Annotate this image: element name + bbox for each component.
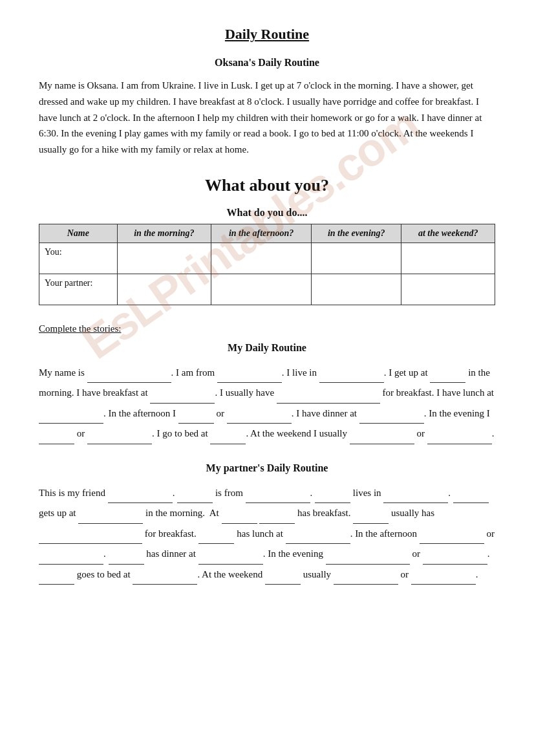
my-story-title: My Daily Routine <box>39 342 495 354</box>
blank-friend-dinner[interactable] <box>198 555 263 565</box>
blank-my-afternoon2[interactable] <box>227 414 292 424</box>
table-row: Your partner: <box>39 274 495 305</box>
row-partner-weekend[interactable] <box>401 274 495 305</box>
what-about-heading: What about you? <box>39 176 495 195</box>
blank-friend-lunch[interactable] <box>286 534 350 544</box>
blank-friend-getup[interactable] <box>78 514 143 524</box>
blank-friend-pronoun1[interactable] <box>177 493 213 503</box>
blank-friend-afternoon1[interactable] <box>420 534 484 544</box>
row-partner-afternoon[interactable] <box>211 274 312 305</box>
row-you-label: You: <box>39 243 118 274</box>
blank-my-evening1[interactable] <box>39 435 74 444</box>
blank-my-bed[interactable] <box>210 435 246 444</box>
blank-friend-pronoun8[interactable] <box>39 575 74 585</box>
blank-friend-weekend-pronoun[interactable] <box>265 575 301 585</box>
page-title: Daily Routine <box>39 26 495 43</box>
blank-my-weekend1[interactable] <box>350 435 414 444</box>
blank-my-have[interactable] <box>277 394 380 404</box>
my-story-text: My name is . I am from . I live in . I g… <box>39 363 495 444</box>
table-row: You: <box>39 243 495 274</box>
partner-story-title: My partner's Daily Routine <box>39 462 495 474</box>
blank-my-weekend2[interactable] <box>427 435 492 444</box>
reading-text: My name is Oksana. I am from Ukraine. I … <box>39 78 495 158</box>
blank-my-dinner[interactable] <box>359 414 424 424</box>
blank-friend-from[interactable] <box>246 493 310 503</box>
blank-friend-weekend1[interactable] <box>334 575 398 585</box>
routine-table: Name in the morning? in the afternoon? i… <box>39 224 495 305</box>
col-weekend: at the weekend? <box>401 224 495 243</box>
blank-friend-name[interactable] <box>108 493 173 503</box>
blank-friend-evening2[interactable] <box>423 555 487 565</box>
row-you-afternoon[interactable] <box>211 243 312 274</box>
blank-my-afternoon1[interactable] <box>178 414 214 424</box>
row-partner-morning[interactable] <box>117 274 211 305</box>
row-partner-evening[interactable] <box>312 274 401 305</box>
blank-my-evening2[interactable] <box>87 435 152 444</box>
table-heading: What do you do.... <box>39 207 495 219</box>
blank-my-lunch[interactable] <box>39 414 103 424</box>
blank-friend-usually[interactable] <box>39 534 142 544</box>
oksana-subtitle: Oksana's Daily Routine <box>39 57 495 69</box>
blank-my-live[interactable] <box>319 373 384 383</box>
blank-friend-pronoun6[interactable] <box>198 534 234 544</box>
blank-my-name[interactable] <box>87 373 171 383</box>
row-you-evening[interactable] <box>312 243 401 274</box>
blank-friend-pronoun3[interactable] <box>453 493 489 503</box>
blank-friend-weekend2[interactable] <box>411 575 476 585</box>
blank-friend-bed[interactable] <box>133 575 197 585</box>
blank-my-breakfast[interactable] <box>150 394 215 404</box>
blank-my-from[interactable] <box>217 373 282 383</box>
blank-friend-pronoun7[interactable] <box>109 555 144 565</box>
blank-friend-lives[interactable] <box>383 493 448 503</box>
col-evening: in the evening? <box>312 224 401 243</box>
blank-friend-afternoon2[interactable] <box>39 555 103 565</box>
col-name: Name <box>39 224 118 243</box>
row-you-weekend[interactable] <box>401 243 495 274</box>
blank-friend-evening1[interactable] <box>326 555 410 565</box>
row-partner-label: Your partner: <box>39 274 118 305</box>
blank-friend-at[interactable] <box>222 514 257 524</box>
blank-friend-pronoun2[interactable] <box>315 493 350 503</box>
col-morning: in the morning? <box>117 224 211 243</box>
partner-story-text: This is my friend . is from . lives in .… <box>39 483 495 585</box>
complete-label: Complete the stories: <box>39 323 495 334</box>
blank-my-getup[interactable] <box>430 373 465 383</box>
col-afternoon: in the afternoon? <box>211 224 312 243</box>
row-you-morning[interactable] <box>117 243 211 274</box>
blank-friend-pronoun4[interactable] <box>259 514 295 524</box>
blank-friend-pronoun5[interactable] <box>353 514 389 524</box>
